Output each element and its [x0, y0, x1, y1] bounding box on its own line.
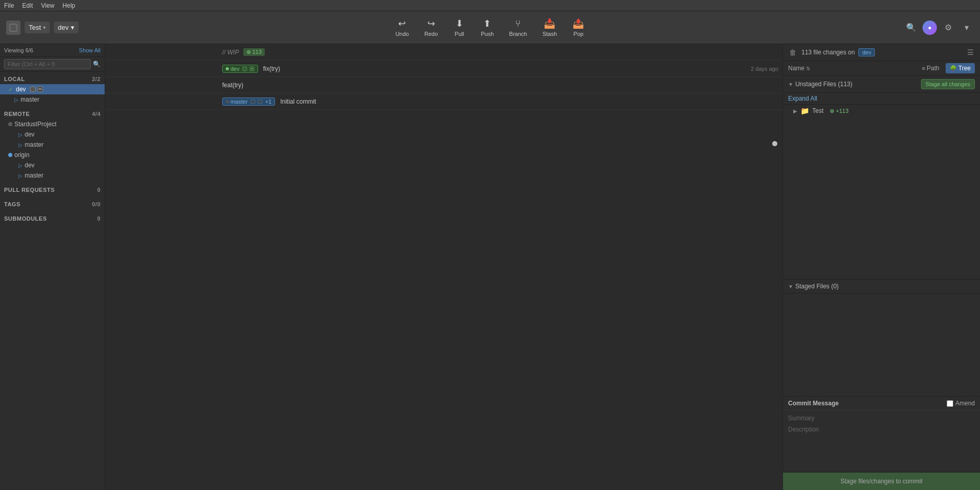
sidebar-item-stardust-dev[interactable]: ▷ dev — [0, 129, 105, 140]
unstaged-section-header[interactable]: ▼ Unstaged Files (113) Stage all changes — [783, 76, 980, 93]
dev-branch-name: dev — [230, 66, 240, 72]
origin-dev-label: dev — [25, 162, 34, 169]
branch-icon-stardust-master: ▷ — [18, 142, 23, 148]
tree-label: Tree — [958, 65, 971, 72]
viewing-label: Viewing 6/6 — [4, 47, 33, 53]
pop-icon: 📤 — [573, 18, 584, 29]
stage-all-button[interactable]: Stage all changes — [921, 79, 975, 89]
fix-commit-time: 2 days ago — [751, 66, 778, 72]
amend-checkbox[interactable] — [947, 400, 953, 407]
local-label: LOCAL — [4, 76, 25, 82]
redo-icon: ↪ — [427, 18, 435, 29]
tree-view-button[interactable]: 🌳 Tree — [946, 63, 975, 73]
submodules-header[interactable]: SUBMODULES 0 — [0, 213, 105, 224]
undo-icon: ↩ — [398, 18, 406, 29]
pull-icon: ⬇ — [456, 18, 463, 29]
branch-selector[interactable]: dev ▾ — [54, 22, 79, 33]
initial-graph-lane — [105, 93, 218, 110]
right-panel: 🗑 113 file changes on dev ☰ Name ⇅ ≡ Pat… — [782, 44, 980, 490]
stardust-project-group[interactable]: StardustProject — [0, 119, 105, 129]
svg-rect-23 — [251, 100, 255, 104]
fix-commit-info: dev fix(try) 2 days ago — [218, 65, 782, 73]
sidebar-item-origin-master[interactable]: ▷ master — [0, 170, 105, 181]
svg-rect-24 — [258, 100, 262, 104]
stash-button[interactable]: 📥 Stash — [535, 15, 564, 40]
menu-help[interactable]: Help — [63, 2, 75, 9]
staged-files-area — [783, 293, 980, 396]
feat-commit-row[interactable]: feat(try) — [105, 77, 782, 93]
wip-commit-row[interactable]: // WIP ⊕ 113 — [105, 44, 782, 61]
menu-file[interactable]: File — [4, 2, 14, 9]
push-label: Push — [481, 31, 494, 37]
svg-rect-12 — [243, 67, 247, 71]
push-button[interactable]: ⬆ Push — [474, 15, 501, 40]
branch-icon-origin-master: ▷ — [18, 173, 23, 179]
branch-chevron-icon-local: ▷ — [14, 97, 18, 103]
staged-section-header[interactable]: ▼ Staged Files (0) — [783, 280, 980, 293]
local-section-header[interactable]: LOCAL 2/2 — [0, 74, 105, 84]
sidebar-header: Viewing 6/6 Show All — [0, 44, 105, 57]
path-view-button[interactable]: ≡ Path — [918, 63, 944, 73]
avatar[interactable]: ● — [923, 21, 937, 35]
tags-label: TAGS — [4, 201, 21, 207]
commit-text-area[interactable]: Summary Description — [783, 410, 980, 472]
filter-search-icon[interactable]: 🔍 — [93, 61, 101, 68]
branch-icon-stardust-dev: ▷ — [18, 132, 23, 138]
folder-chevron-icon[interactable]: ▶ — [793, 108, 797, 114]
pull-requests-header[interactable]: PULL REQUESTS 0 — [0, 185, 105, 195]
redo-button[interactable]: ↪ Redo — [417, 15, 445, 40]
expand-all-label: Expand All — [788, 95, 817, 102]
menu-view[interactable]: View — [41, 2, 54, 9]
repo-name: Test — [29, 24, 41, 31]
expand-all-row[interactable]: Expand All — [783, 93, 980, 105]
graph-container[interactable]: // WIP ⊕ 113 — [105, 44, 782, 490]
undo-button[interactable]: ↩ Undo — [388, 15, 416, 40]
wip-count: ⊕ 113 — [246, 49, 262, 55]
pull-label: Pull — [455, 31, 464, 37]
more-button[interactable]: ▾ — [959, 21, 974, 35]
amend-row: Amend — [947, 400, 975, 407]
pop-label: Pop — [574, 31, 584, 37]
initial-commit-row[interactable]: master +1 Initial commit — [105, 93, 782, 110]
master-branch-name: master — [230, 99, 248, 105]
trash-button[interactable]: 🗑 — [788, 47, 797, 57]
panel-menu-button[interactable]: ☰ — [966, 47, 975, 57]
tags-header[interactable]: TAGS 0/0 — [0, 199, 105, 209]
fix-commit-row[interactable]: dev fix(try) 2 days ago — [105, 61, 782, 77]
settings-button[interactable]: ⚙ — [941, 21, 955, 35]
local-master-label: master — [21, 96, 40, 103]
submodules-label: SUBMODULES — [4, 215, 47, 222]
sort-icon: ⇅ — [806, 66, 810, 71]
test-folder-item[interactable]: ▶ 📁 Test ⊕ +113 — [783, 105, 980, 117]
sidebar-item-stardust-master[interactable]: ▷ master — [0, 140, 105, 150]
name-header-label: Name — [788, 65, 805, 72]
toolbar: Test ▾ dev ▾ ↩ Undo ↪ Redo ⬇ Pull ⬆ Push… — [0, 11, 980, 44]
show-all-button[interactable]: Show All — [79, 47, 101, 53]
branch-button[interactable]: ⑂ Branch — [502, 15, 534, 40]
push-icon: ⬆ — [483, 18, 491, 29]
menu-edit[interactable]: Edit — [22, 2, 33, 9]
path-label: Path — [927, 65, 939, 72]
search-button[interactable]: 🔍 — [904, 21, 918, 35]
stardust-name: StardustProject — [14, 121, 56, 128]
commit-message-header: Commit Message Amend — [783, 397, 980, 410]
sidebar-item-master-local[interactable]: ▷ master — [0, 94, 105, 105]
tags-count: 0/0 — [92, 201, 101, 207]
sidebar-item-dev-local[interactable]: ✓ dev — [0, 84, 105, 94]
master-plus-count: +1 — [265, 99, 272, 105]
remote-count: 4/4 — [92, 111, 101, 117]
filter-input[interactable] — [4, 59, 91, 69]
sidebar-item-origin-dev[interactable]: ▷ dev — [0, 160, 105, 170]
pull-button[interactable]: ⬇ Pull — [446, 15, 473, 40]
origin-group[interactable]: origin — [0, 150, 105, 160]
commit-message-label: Commit Message — [788, 400, 839, 407]
redo-label: Redo — [424, 31, 438, 37]
svg-rect-3 — [38, 88, 42, 89]
folder-icon: 📁 — [800, 107, 809, 115]
repo-selector[interactable]: Test ▾ — [25, 22, 50, 33]
origin-dot-icon — [8, 153, 12, 157]
pop-button[interactable]: 📤 Pop — [565, 15, 592, 40]
remote-section-header[interactable]: REMOTE 4/4 — [0, 109, 105, 119]
stage-commit-button[interactable]: Stage files/changes to commit — [783, 472, 980, 490]
dev-dot-icon — [226, 67, 229, 70]
